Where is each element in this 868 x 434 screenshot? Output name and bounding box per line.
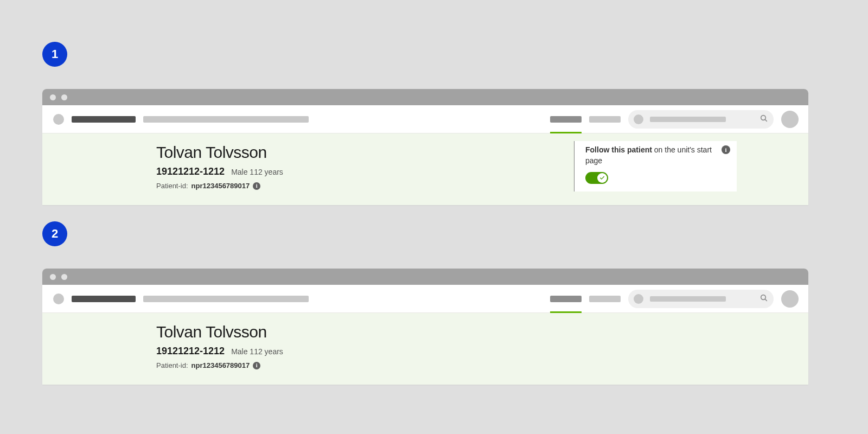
window-control-dot[interactable] xyxy=(61,94,67,100)
annotation-badge-2: 2 xyxy=(42,221,67,246)
follow-patient-card: i Follow this patient on the unit's star… xyxy=(574,141,737,192)
svg-line-1 xyxy=(765,119,767,121)
annotation-number: 2 xyxy=(52,227,58,241)
logo-placeholder xyxy=(53,293,64,304)
patient-identifier-line: Patient-id: npr123456789017 i xyxy=(156,182,283,190)
patient-header: Tolvan Tolvsson 19121212-1212 Male 112 y… xyxy=(42,313,808,385)
browser-window-1: Tolvan Tolvsson 19121212-1212 Male 112 y… xyxy=(42,89,808,205)
patient-name: Tolvan Tolvsson xyxy=(156,323,283,341)
search-text-placeholder xyxy=(650,296,726,302)
toolbar-right xyxy=(550,290,799,308)
patient-id-line: 19121212-1212 Male 112 years xyxy=(156,166,283,177)
patient-id-label: Patient-id: xyxy=(156,182,188,190)
patient-info-block: Tolvan Tolvsson 19121212-1212 Male 112 y… xyxy=(156,133,283,205)
user-avatar[interactable] xyxy=(781,290,799,308)
breadcrumb-placeholder xyxy=(143,296,309,302)
search-icon[interactable] xyxy=(760,114,768,125)
patient-pnr: 19121212-1212 xyxy=(156,346,225,357)
patient-pnr: 19121212-1212 xyxy=(156,166,225,177)
nav-tab-active[interactable] xyxy=(550,296,582,302)
nav-tab-active[interactable] xyxy=(550,116,582,123)
patient-id-line: 19121212-1212 Male 112 years xyxy=(156,346,283,357)
search-input[interactable] xyxy=(628,110,774,129)
toggle-knob xyxy=(597,173,607,183)
patient-id-value: npr123456789017 xyxy=(192,182,250,190)
browser-window-2: Tolvan Tolvsson 19121212-1212 Male 112 y… xyxy=(42,269,808,385)
breadcrumb-placeholder xyxy=(143,116,309,123)
annotation-number: 1 xyxy=(52,47,58,61)
annotation-badge-1: 1 xyxy=(42,42,67,67)
svg-line-3 xyxy=(765,299,767,301)
info-icon[interactable]: i xyxy=(253,362,260,369)
nav-tab[interactable] xyxy=(589,296,621,302)
patient-id-label: Patient-id: xyxy=(156,361,188,369)
follow-patient-text: Follow this patient on the unit's start … xyxy=(585,144,729,167)
info-icon[interactable]: i xyxy=(253,182,260,190)
patient-identifier-line: Patient-id: npr123456789017 i xyxy=(156,361,283,369)
search-avatar-placeholder xyxy=(634,294,643,304)
window-titlebar xyxy=(42,269,808,285)
app-toolbar xyxy=(42,285,808,313)
window-control-dot[interactable] xyxy=(50,274,56,280)
brand-placeholder xyxy=(72,116,136,123)
follow-patient-toggle[interactable] xyxy=(585,172,608,184)
info-icon[interactable]: i xyxy=(722,145,730,154)
search-icon[interactable] xyxy=(760,293,768,304)
patient-demographics: Male 112 years xyxy=(231,347,283,356)
check-icon xyxy=(599,175,605,181)
patient-name: Tolvan Tolvsson xyxy=(156,143,283,162)
user-avatar[interactable] xyxy=(781,111,799,128)
patient-info-block: Tolvan Tolvsson 19121212-1212 Male 112 y… xyxy=(156,313,283,385)
brand-placeholder xyxy=(72,296,136,302)
toolbar-right xyxy=(550,110,799,129)
window-control-dot[interactable] xyxy=(61,274,67,280)
logo-placeholder xyxy=(53,114,64,125)
window-titlebar xyxy=(42,89,808,105)
patient-header: Tolvan Tolvsson 19121212-1212 Male 112 y… xyxy=(42,133,808,205)
patient-demographics: Male 112 years xyxy=(231,168,283,176)
window-control-dot[interactable] xyxy=(50,94,56,100)
search-avatar-placeholder xyxy=(634,114,643,124)
app-toolbar xyxy=(42,105,808,133)
search-input[interactable] xyxy=(628,290,774,308)
nav-tab[interactable] xyxy=(589,116,621,123)
follow-patient-bold: Follow this patient xyxy=(585,145,652,154)
search-text-placeholder xyxy=(650,117,726,122)
patient-id-value: npr123456789017 xyxy=(192,361,250,369)
